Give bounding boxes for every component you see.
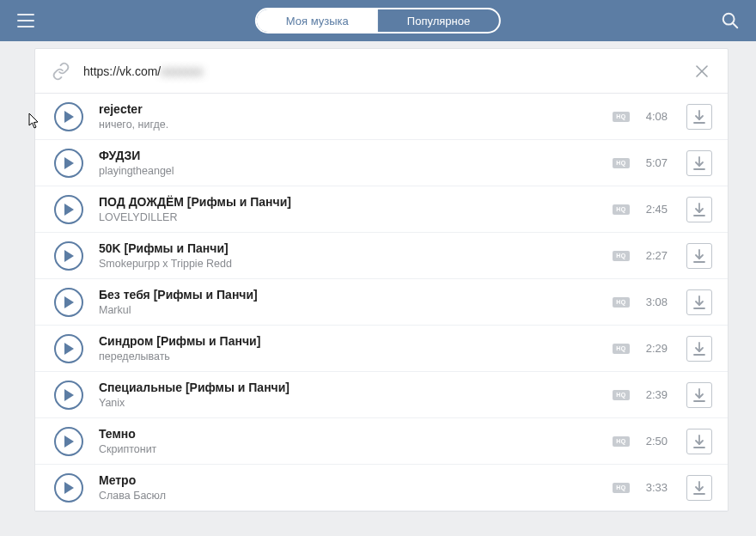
play-icon [64,157,74,169]
url-prefix: https://vk.com/ [83,64,161,78]
clear-url-button[interactable] [692,61,712,82]
play-button[interactable] [54,102,83,131]
track-meta: 50K [Рифмы и Панчи]Smokepurpp x Trippie … [99,241,613,271]
url-hidden: xxxxxxx [161,64,203,78]
track-artist: Yanix [99,396,613,410]
download-icon [692,342,706,356]
download-button[interactable] [686,197,712,222]
download-icon [692,249,706,263]
play-button[interactable] [54,334,83,363]
track-row: rejecterничего, нигде.HQ4:08 [35,94,728,140]
track-title: Без тебя [Рифмы и Панчи] [99,287,613,302]
download-icon [692,110,706,124]
close-icon [695,64,709,78]
download-icon [692,388,706,402]
hq-badge: HQ [613,251,630,261]
download-button[interactable] [686,243,712,269]
url-bar: https://vk.com/xxxxxxx [35,49,728,94]
track-duration: 2:27 [638,249,668,262]
track-meta: Специальные [Рифмы и Панчи]Yanix [99,380,613,410]
track-row: 50K [Рифмы и Панчи]Smokepurpp x Trippie … [35,233,728,279]
tab-switcher: Моя музыка Популярное [255,8,501,34]
download-button[interactable] [686,336,712,362]
play-icon [64,343,74,355]
play-icon [64,250,74,262]
track-title: rejecter [99,101,613,117]
track-title: 50K [Рифмы и Панчи] [99,241,613,256]
download-button[interactable] [686,289,712,315]
download-button[interactable] [686,475,712,501]
track-row: Без тебя [Рифмы и Панчи]MarkulHQ3:08 [35,279,728,326]
play-button[interactable] [54,381,83,410]
track-title: ПОД ДОЖДЁМ [Рифмы и Панчи] [99,194,613,210]
track-row: ФУДЗИplayingtheangelHQ5:07 [35,140,728,186]
hq-badge: HQ [613,158,630,168]
play-icon [64,482,74,494]
track-artist: Скриптонит [99,442,613,456]
track-duration: 5:07 [638,156,668,169]
track-row: ПОД ДОЖДЁМ [Рифмы и Панчи]LOVELYDILLERHQ… [35,186,728,233]
track-duration: 4:08 [638,110,668,123]
track-row: ТемноСкриптонитHQ2:50 [35,418,728,465]
menu-button[interactable] [12,7,40,34]
download-icon [692,203,706,216]
download-button[interactable] [686,429,712,454]
play-icon [64,111,74,123]
play-icon [64,389,74,401]
track-artist: Smokepurpp x Trippie Redd [99,257,613,271]
track-meta: ФУДЗИplayingtheangel [99,148,613,178]
play-button[interactable] [54,195,83,224]
hamburger-icon [17,14,34,27]
download-button[interactable] [686,382,712,408]
track-artist: LOVELYDILLER [99,210,613,224]
track-artist: playingtheangel [99,164,613,178]
search-icon [721,11,740,30]
hq-badge: HQ [613,297,630,308]
track-duration: 2:29 [638,342,668,355]
tab-popular[interactable]: Популярное [378,9,499,32]
hq-badge: HQ [613,390,630,400]
track-duration: 3:33 [638,481,668,494]
play-icon [64,436,74,448]
hq-badge: HQ [613,112,630,122]
svg-line-4 [733,23,738,28]
track-duration: 2:39 [638,388,668,401]
track-title: Метро [99,472,613,488]
track-list: rejecterничего, нигде.HQ4:08ФУДЗИplaying… [35,94,728,511]
play-icon [64,296,74,308]
top-bar: Моя музыка Популярное [0,0,756,41]
track-artist: Markul [99,303,613,317]
track-title: Темно [99,426,613,442]
track-duration: 2:45 [638,203,668,216]
search-button[interactable] [716,7,744,34]
play-button[interactable] [54,241,83,271]
url-input[interactable]: https://vk.com/xxxxxxx [83,64,692,78]
track-meta: Синдром [Рифмы и Панчи]переделывать [99,333,613,363]
track-title: Синдром [Рифмы и Панчи] [99,333,613,349]
download-button[interactable] [686,104,712,130]
tab-my-music[interactable]: Моя музыка [257,9,378,32]
play-button[interactable] [54,427,83,456]
download-icon [692,435,706,448]
hq-badge: HQ [613,436,630,447]
track-meta: ПОД ДОЖДЁМ [Рифмы и Панчи]LOVELYDILLER [99,194,613,224]
track-meta: ТемноСкриптонит [99,426,613,456]
download-icon [692,295,706,309]
track-title: Специальные [Рифмы и Панчи] [99,380,613,395]
hq-badge: HQ [613,483,630,493]
download-icon [692,481,706,495]
content-panel: https://vk.com/xxxxxxx rejecterничего, н… [34,48,729,512]
link-icon [51,61,71,82]
track-duration: 2:50 [638,435,668,448]
play-button[interactable] [54,288,83,317]
hq-badge: HQ [613,204,630,215]
play-button[interactable] [54,473,83,502]
hq-badge: HQ [613,344,630,354]
track-meta: Без тебя [Рифмы и Панчи]Markul [99,287,613,317]
play-icon [64,204,74,216]
track-row: МетроСлава БасюлHQ3:33 [35,465,728,511]
play-button[interactable] [54,149,83,178]
track-artist: Слава Басюл [99,489,613,502]
download-button[interactable] [686,150,712,176]
track-row: Специальные [Рифмы и Панчи]YanixHQ2:39 [35,372,728,418]
